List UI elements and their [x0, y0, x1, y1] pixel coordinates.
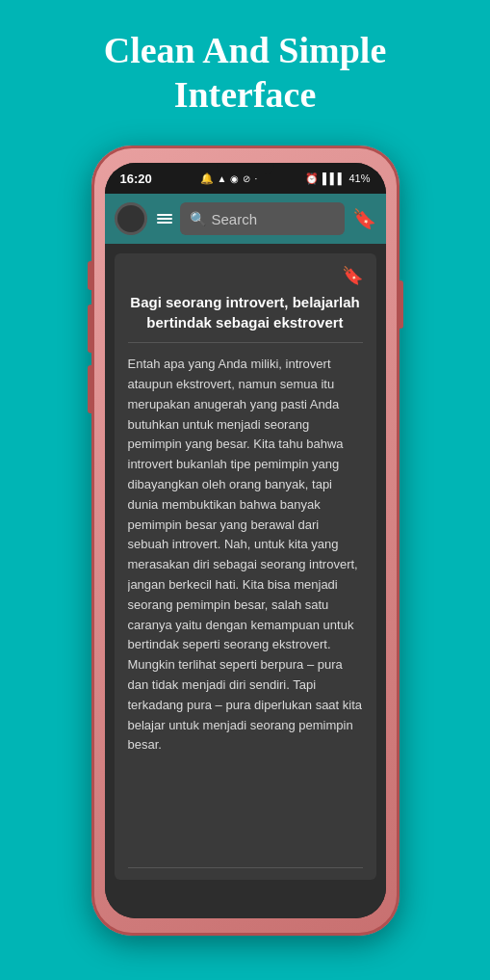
- dnd-icon: ⊘: [243, 173, 250, 184]
- status-time: 16:20: [120, 172, 152, 186]
- battery-level: 41%: [348, 172, 370, 184]
- top-bar: 🔍 Search 🔖: [105, 194, 386, 244]
- power-button: [400, 280, 403, 329]
- search-icon: 🔍: [190, 211, 206, 227]
- bookmark-icon[interactable]: 🔖: [352, 207, 376, 230]
- article-card: 🔖 Bagi seorang introvert, belajarlah ber…: [115, 253, 376, 880]
- location-icon: ◉: [230, 173, 239, 184]
- bottom-nav-area: [105, 889, 386, 918]
- article-body: Entah apa yang Anda miliki, introvert at…: [128, 355, 363, 856]
- volume-silent-button: [88, 261, 91, 290]
- volume-down-button: [88, 365, 91, 413]
- phone-mockup: 16:20 🔔 ▲ ◉ ⊘ · ⏰ ▌▌▌ 41%: [91, 146, 400, 936]
- search-bar[interactable]: 🔍 Search: [180, 202, 345, 235]
- card-divider: [128, 867, 363, 868]
- content-area: 🔖 Bagi seorang introvert, belajarlah ber…: [105, 244, 386, 889]
- alarm-icon: ⏰: [305, 172, 319, 185]
- page-title: Clean And Simple Interface: [65, 0, 426, 136]
- article-title: Bagi seorang introvert, belajarlah berti…: [128, 292, 363, 343]
- sync-icon: ▲: [218, 173, 227, 184]
- volume-up-button: [88, 305, 91, 353]
- notification-icon: 🔔: [200, 172, 214, 185]
- signal-icon: ▌▌▌: [322, 172, 345, 184]
- notch: [217, 163, 274, 174]
- bookmark-corner-icon: 🔖: [342, 266, 363, 285]
- card-bookmark-icon[interactable]: 🔖: [128, 265, 363, 286]
- status-right-icons: ⏰ ▌▌▌ 41%: [305, 172, 370, 185]
- phone-screen: 16:20 🔔 ▲ ◉ ⊘ · ⏰ ▌▌▌ 41%: [105, 163, 386, 918]
- search-placeholder: Search: [212, 211, 258, 227]
- avatar[interactable]: [115, 202, 147, 235]
- avatar-image: [117, 205, 144, 232]
